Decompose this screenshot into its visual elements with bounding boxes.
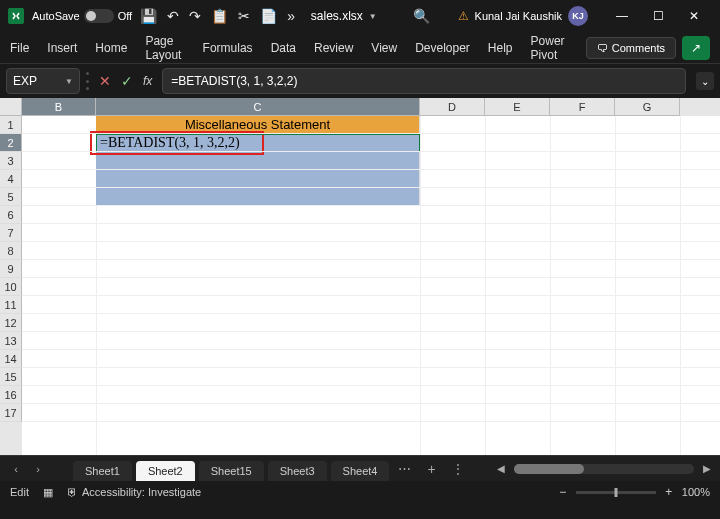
sheet-tab-1[interactable]: Sheet2 — [136, 461, 195, 481]
sheet-menu-button[interactable]: ⋮ — [446, 462, 470, 476]
sheet-add-button[interactable]: + — [419, 461, 443, 477]
zoom-value[interactable]: 100% — [682, 486, 710, 498]
comment-icon: 🗨 — [597, 42, 608, 54]
sheet-tab-0[interactable]: Sheet1 — [73, 461, 132, 481]
row-header-2[interactable]: 2 — [0, 134, 22, 152]
row-header-4[interactable]: 4 — [0, 170, 22, 188]
close-button[interactable]: ✕ — [676, 2, 712, 30]
toggle-switch[interactable] — [84, 9, 114, 23]
scroll-left-button[interactable]: ◀ — [494, 462, 508, 476]
tab-page-layout[interactable]: Page Layout — [145, 30, 184, 66]
minimize-button[interactable]: — — [604, 2, 640, 30]
sheet-tab-4[interactable]: Sheet4 — [331, 461, 390, 481]
maximize-button[interactable]: ☐ — [640, 2, 676, 30]
formula-buttons: ✕ ✓ fx — [95, 73, 156, 89]
cell-b4-c4[interactable] — [96, 170, 420, 188]
scroll-right-button[interactable]: ▶ — [700, 462, 714, 476]
sheet-nav-prev[interactable]: ‹ — [6, 459, 26, 479]
comments-label: Comments — [612, 42, 665, 54]
cell-b2[interactable]: =BETADIST(3, 1, 3,2,2) — [96, 134, 420, 152]
insert-function-button[interactable]: fx — [143, 74, 152, 88]
cells-area[interactable]: Miscellaneous Statement =BETADIST(3, 1, … — [22, 116, 720, 455]
cancel-entry-button[interactable]: ✕ — [99, 73, 111, 89]
tab-help[interactable]: Help — [488, 37, 513, 59]
col-header-g[interactable]: G — [615, 98, 680, 116]
row-header-8[interactable]: 8 — [0, 242, 22, 260]
save-icon[interactable]: 💾 — [140, 8, 157, 24]
col-header-c[interactable]: C — [96, 98, 420, 116]
row-header-11[interactable]: 11 — [0, 296, 22, 314]
search-icon[interactable]: 🔍 — [413, 8, 430, 24]
sheet-tabs-bar: ‹ › Sheet1 Sheet2 Sheet15 Sheet3 Sheet4 … — [0, 455, 720, 481]
ribbon-right: 🗨 Comments ↗ — [586, 36, 710, 60]
redo-icon[interactable]: ↷ — [189, 8, 201, 24]
clipboard-icon[interactable]: 📋 — [211, 8, 228, 24]
row-header-10[interactable]: 10 — [0, 278, 22, 296]
cell-b5-c5[interactable] — [96, 188, 420, 206]
comments-button[interactable]: 🗨 Comments — [586, 37, 676, 59]
tab-insert[interactable]: Insert — [47, 37, 77, 59]
cell-c1[interactable]: Miscellaneous Statement — [96, 116, 420, 134]
row-header-16[interactable]: 16 — [0, 386, 22, 404]
row-header-7[interactable]: 7 — [0, 224, 22, 242]
status-mode: Edit — [10, 486, 29, 498]
undo-icon[interactable]: ↶ — [167, 8, 179, 24]
share-icon: ↗ — [691, 41, 701, 55]
filename-area[interactable]: sales.xlsx ▼ — [303, 9, 385, 23]
name-box[interactable]: EXP ▼ — [6, 68, 80, 94]
formula-input[interactable]: =BETADIST(3, 1, 3,2,2) — [162, 68, 686, 94]
svg-rect-0 — [10, 10, 22, 22]
spreadsheet-grid[interactable]: B C D E F G 1234567891011121314151617 Mi… — [0, 98, 720, 455]
row-header-9[interactable]: 9 — [0, 260, 22, 278]
col-header-e[interactable]: E — [485, 98, 550, 116]
row-header-13[interactable]: 13 — [0, 332, 22, 350]
sheet-tab-2[interactable]: Sheet15 — [199, 461, 264, 481]
share-button[interactable]: ↗ — [682, 36, 710, 60]
row-header-3[interactable]: 3 — [0, 152, 22, 170]
tab-power-pivot[interactable]: Power Pivot — [531, 30, 568, 66]
warning-icon: ⚠ — [458, 9, 469, 23]
tab-developer[interactable]: Developer — [415, 37, 470, 59]
tab-data[interactable]: Data — [271, 37, 296, 59]
tab-view[interactable]: View — [371, 37, 397, 59]
sheet-tab-3[interactable]: Sheet3 — [268, 461, 327, 481]
sheet-more-button[interactable]: ⋯ — [392, 461, 417, 476]
paste-icon[interactable]: 📄 — [260, 8, 277, 24]
accessibility-button[interactable]: ⛨ Accessibility: Investigate — [67, 486, 201, 498]
person-icon: ⛨ — [67, 486, 78, 498]
col-header-b[interactable]: B — [22, 98, 96, 116]
row-header-17[interactable]: 17 — [0, 404, 22, 422]
sheet-nav-next[interactable]: › — [28, 459, 48, 479]
hscroll-track[interactable] — [514, 464, 694, 474]
tab-file[interactable]: File — [10, 37, 29, 59]
col-header-d[interactable]: D — [420, 98, 485, 116]
avatar[interactable]: KJ — [568, 6, 588, 26]
title-bar: AutoSave Off 💾 ↶ ↷ 📋 ✂ 📄 » sales.xlsx ▼ … — [0, 0, 720, 32]
autosave-state: Off — [118, 10, 132, 22]
qat-more-icon[interactable]: » — [287, 8, 295, 24]
zoom-slider-thumb[interactable] — [614, 488, 617, 497]
hscroll-thumb[interactable] — [514, 464, 584, 474]
tab-review[interactable]: Review — [314, 37, 353, 59]
zoom-slider[interactable] — [576, 491, 656, 494]
row-header-12[interactable]: 12 — [0, 314, 22, 332]
select-all-corner[interactable] — [0, 98, 22, 116]
tab-home[interactable]: Home — [95, 37, 127, 59]
row-header-6[interactable]: 6 — [0, 206, 22, 224]
col-header-f[interactable]: F — [550, 98, 615, 116]
zoom-in-button[interactable]: + — [662, 485, 676, 499]
row-header-1[interactable]: 1 — [0, 116, 22, 134]
enter-button[interactable]: ✓ — [121, 73, 133, 89]
row-header-5[interactable]: 5 — [0, 188, 22, 206]
excel-icon — [8, 8, 24, 24]
autosave-toggle[interactable]: AutoSave Off — [32, 9, 132, 23]
zoom-out-button[interactable]: − — [556, 485, 570, 499]
row-header-15[interactable]: 15 — [0, 368, 22, 386]
expand-formula-bar-button[interactable]: ⌄ — [696, 72, 714, 90]
user-area[interactable]: ⚠ Kunal Jai Kaushik KJ — [458, 6, 588, 26]
cut-icon[interactable]: ✂ — [238, 8, 250, 24]
display-settings-icon[interactable]: ▦ — [43, 486, 53, 499]
cell-b3-c3[interactable] — [96, 152, 420, 170]
row-header-14[interactable]: 14 — [0, 350, 22, 368]
tab-formulas[interactable]: Formulas — [203, 37, 253, 59]
